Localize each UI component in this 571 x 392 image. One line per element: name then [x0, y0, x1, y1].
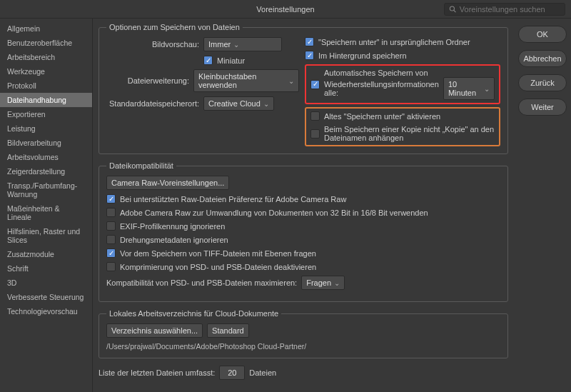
sidebar-item-mass[interactable]: Maßeinheiten & Lineale — [0, 201, 92, 224]
sidebar-item-leistung[interactable]: Leistung — [0, 121, 92, 136]
cb-background[interactable] — [305, 51, 314, 60]
cb-autosave-label2[interactable]: Wiederherstellungsinformationen alle: — [324, 80, 439, 97]
svg-point-0 — [450, 6, 454, 10]
button-column: OK Abbrechen Zurück Weiter — [514, 19, 571, 392]
highlight-autosave: Automatisches Speichern von Wiederherste… — [305, 64, 500, 104]
label-loc: Standarddateispeicherort: — [106, 99, 199, 108]
cb-miniatur[interactable] — [203, 56, 213, 65]
cb-legacy-label[interactable]: Altes "Speichern unter" aktivieren — [324, 112, 440, 121]
sidebar-item-bildverarbeitung[interactable]: Bildverarbeitung — [0, 136, 92, 150]
cb-32to16-label[interactable]: Adobe Camera Raw zur Umwandlung von Doku… — [120, 208, 428, 217]
sidebar-item-arbeitsbereich[interactable]: Arbeitsbereich — [0, 50, 92, 64]
fs-save-options: Optionen zum Speichern von Dateien Bildv… — [98, 23, 508, 154]
label-recent-1: Liste der letzten Dateien umfasst: — [98, 368, 215, 377]
sidebar-item-transp[interactable]: Transp./Farbumfang-Warnung — [0, 179, 92, 201]
sidebar: Allgemein Benutzeroberfläche Arbeitsbere… — [0, 19, 93, 392]
search-icon — [449, 5, 457, 14]
select-loc[interactable]: Creative Cloud — [203, 96, 274, 111]
cb-rotation-label[interactable]: Drehungsmetadaten ignorieren — [120, 236, 228, 244]
sidebar-item-3d[interactable]: 3D — [0, 276, 92, 290]
sidebar-item-arbeitsvolumes[interactable]: Arbeitsvolumes — [0, 150, 92, 164]
fs-compat-legend: Dateikompatibilität — [106, 161, 176, 170]
cb-exif[interactable] — [106, 221, 116, 231]
sidebar-item-zeiger[interactable]: Zeigerdarstellung — [0, 164, 92, 179]
select-maximize[interactable]: Fragen — [301, 276, 345, 290]
cb-raw-pref[interactable] — [106, 194, 116, 203]
back-button[interactable]: Zurück — [518, 74, 567, 91]
cb-autosave[interactable] — [310, 80, 320, 89]
cb-compress-label[interactable]: Komprimierung von PSD- und PSB-Dateien d… — [120, 263, 316, 271]
input-recent-count[interactable] — [219, 366, 245, 380]
fs-compat: Dateikompatibilität Camera Raw-Voreinste… — [98, 161, 508, 302]
cb-orig-folder[interactable] — [305, 37, 314, 46]
select-ext[interactable]: Kleinbuchstaben verwenden — [193, 69, 299, 92]
label-ext: Dateierweiterung: — [106, 76, 189, 85]
fs-cloud: Lokales Arbeitsverzeichnis für Cloud-Dok… — [98, 309, 508, 358]
fs-cloud-legend: Lokales Arbeitsverzeichnis für Cloud-Dok… — [106, 309, 281, 318]
cb-legacy-save[interactable] — [310, 111, 320, 121]
sidebar-item-werkzeuge[interactable]: Werkzeuge — [0, 64, 92, 79]
sidebar-item-zusatz[interactable]: Zusatzmodule — [0, 247, 92, 261]
cb-no-copy-label[interactable]: Beim Speichern einer Kopie nicht „Kopie"… — [324, 125, 495, 142]
page-title: Voreinstellungen — [256, 5, 314, 14]
svg-line-1 — [454, 10, 456, 12]
sidebar-item-benutzeroberflaeche[interactable]: Benutzeroberfläche — [0, 36, 92, 50]
fs-save-legend: Optionen zum Speichern von Dateien — [106, 23, 243, 31]
main-panel: Optionen zum Speichern von Dateien Bildv… — [93, 19, 514, 392]
cb-tiff-ask[interactable] — [106, 248, 116, 258]
cb-compress[interactable] — [106, 262, 116, 271]
button-default-dir[interactable]: Standard — [207, 323, 249, 338]
sidebar-item-exportieren[interactable]: Exportieren — [0, 107, 92, 121]
cb-background-label[interactable]: Im Hintergrund speichern — [318, 51, 407, 60]
cb-32to16[interactable] — [106, 208, 116, 217]
search-input[interactable] — [460, 5, 560, 14]
select-preview[interactable]: Immer — [203, 37, 282, 51]
sidebar-item-allgemein[interactable]: Allgemein — [0, 21, 92, 36]
sidebar-item-steuerung[interactable]: Verbesserte Steuerung — [0, 290, 92, 304]
sidebar-item-schrift[interactable]: Schrift — [0, 261, 92, 276]
sidebar-item-dateihandhabung[interactable]: Dateihandhabung — [0, 93, 92, 107]
cb-miniatur-label[interactable]: Miniatur — [217, 56, 245, 65]
select-autosave-interval[interactable]: 10 Minuten — [443, 77, 495, 100]
cancel-button[interactable]: Abbrechen — [518, 50, 567, 67]
cb-raw-pref-label[interactable]: Bei unterstützten Raw-Dateien Präferenz … — [120, 195, 346, 203]
cloud-path: /Users/prajwal/Documents/Adobe/Photoshop… — [106, 342, 500, 351]
label-maximize: Kompatibilität von PSD- und PSB-Dateien … — [106, 278, 297, 287]
label-recent-2: Dateien — [249, 368, 276, 377]
ok-button[interactable]: OK — [518, 26, 567, 43]
cb-no-copy[interactable] — [310, 129, 320, 139]
cb-orig-label[interactable]: "Speichern unter" in ursprünglichem Ordn… — [318, 38, 470, 46]
sidebar-item-tech[interactable]: Technologievorschau — [0, 304, 92, 318]
cb-autosave-label1[interactable]: Automatisches Speichern von — [324, 69, 495, 77]
cb-tiff-ask-label[interactable]: Vor dem Speichern von TIFF-Dateien mit E… — [120, 249, 316, 258]
cb-exif-label[interactable]: EXIF-Profilkennung ignorieren — [120, 222, 225, 231]
label-preview: Bildvorschau: — [106, 40, 199, 49]
highlight-legacy: Altes "Speichern unter" aktivieren Beim … — [305, 107, 500, 146]
search-container — [444, 3, 565, 16]
next-button[interactable]: Weiter — [518, 99, 567, 116]
button-choose-dir[interactable]: Verzeichnis auswählen... — [106, 323, 203, 338]
sidebar-item-protokoll[interactable]: Protokoll — [0, 79, 92, 93]
cb-rotation[interactable] — [106, 235, 116, 244]
sidebar-item-hilfslinien[interactable]: Hilfslinien, Raster und Slices — [0, 224, 92, 247]
button-camera-raw-prefs[interactable]: Camera Raw-Voreinstellungen... — [106, 176, 229, 190]
